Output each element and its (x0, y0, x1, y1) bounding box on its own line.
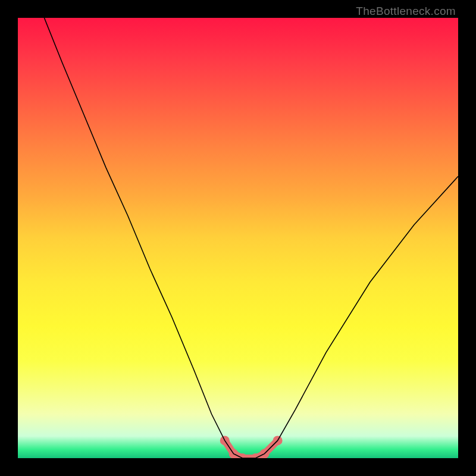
watermark-text: TheBottleneck.com (356, 5, 456, 18)
bottleneck-curve (44, 18, 458, 458)
chart-container: TheBottleneck.com (0, 0, 476, 476)
curve-main (44, 18, 458, 458)
chart-svg (18, 18, 458, 458)
